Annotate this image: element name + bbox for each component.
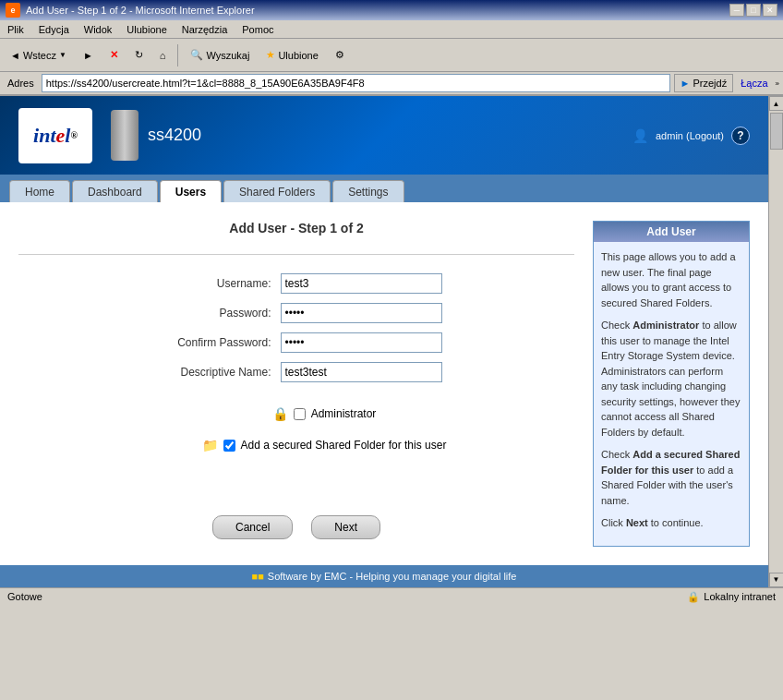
forward-button[interactable]: ► bbox=[77, 42, 100, 68]
ie-ready-text: Gotowe bbox=[7, 591, 42, 602]
menu-bar: Plik Edycja Widok Ulubione Narzędzia Pom… bbox=[0, 20, 783, 39]
home-icon: ⌂ bbox=[160, 50, 166, 61]
descriptive-name-input[interactable] bbox=[281, 362, 442, 382]
page-content: Add User - Step 1 of 2 Username: Passwor… bbox=[0, 202, 768, 565]
address-label: Adres bbox=[4, 78, 38, 89]
help-button[interactable]: ? bbox=[731, 127, 750, 145]
form-divider bbox=[18, 254, 574, 255]
menu-widok[interactable]: Widok bbox=[77, 22, 120, 37]
ie-zone-label: Lokalny intranet bbox=[704, 591, 776, 602]
browser-content-area: intel® ss4200 👤 admin (Logout) ? Home Da… bbox=[0, 96, 783, 587]
tab-users[interactable]: Users bbox=[160, 180, 222, 202]
help-para-4: Click Next to continue. bbox=[601, 515, 741, 531]
links-label[interactable]: Łącza bbox=[737, 78, 771, 89]
intel-logo: intel® bbox=[18, 108, 92, 163]
toolbar: ◄ Wstecz ▼ ► ✕ ↻ ⌂ 🔍 Wyszukaj ★ Ulubione… bbox=[0, 39, 783, 72]
tools-button[interactable]: ⚙ bbox=[329, 42, 351, 68]
tab-shared-folders[interactable]: Shared Folders bbox=[223, 180, 331, 202]
favorites-label: Ulubione bbox=[278, 50, 318, 61]
home-button[interactable]: ⌂ bbox=[153, 42, 173, 68]
confirm-password-input[interactable] bbox=[281, 332, 442, 353]
back-button[interactable]: ◄ Wstecz ▼ bbox=[4, 42, 73, 68]
minimize-button[interactable]: ─ bbox=[729, 4, 744, 17]
sidebar-help-title: Add User bbox=[594, 222, 749, 242]
scroll-up-button[interactable]: ▲ bbox=[769, 96, 784, 111]
admin-text: admin (Logout) bbox=[656, 130, 724, 141]
address-input[interactable] bbox=[42, 74, 670, 92]
help-para-3: Check Add a secured Shared Folder for th… bbox=[601, 447, 741, 508]
administrator-checkbox[interactable] bbox=[294, 408, 306, 420]
emc-icon: ■■ bbox=[252, 571, 264, 582]
search-icon: 🔍 bbox=[190, 49, 203, 61]
back-label: Wstecz bbox=[23, 50, 56, 61]
username-label: Username: bbox=[151, 277, 281, 290]
ie-zone: 🔒 Lokalny intranet bbox=[687, 591, 776, 603]
next-button[interactable]: Next bbox=[311, 515, 380, 539]
folder-lock-icon: 📁 bbox=[202, 438, 218, 453]
scroll-down-button[interactable]: ▼ bbox=[769, 573, 784, 587]
links-chevron-icon: » bbox=[776, 79, 779, 88]
descriptive-name-row: Descriptive Name: bbox=[151, 362, 442, 382]
address-bar: Adres ► Przejdź Łącza » bbox=[0, 72, 783, 96]
shared-folder-label: Add a secured Shared Folder for this use… bbox=[241, 439, 447, 452]
tab-home[interactable]: Home bbox=[9, 180, 70, 202]
tab-settings[interactable]: Settings bbox=[332, 180, 404, 202]
menu-plik[interactable]: Plik bbox=[0, 22, 31, 37]
stop-button[interactable]: ✕ bbox=[103, 42, 125, 68]
cancel-button[interactable]: Cancel bbox=[212, 515, 293, 539]
scroll-thumb[interactable] bbox=[770, 113, 783, 150]
go-arrow-icon: ► bbox=[681, 78, 691, 89]
search-label: Wyszukaj bbox=[206, 50, 249, 61]
status-text: Software by EMC - Helping you manage you… bbox=[268, 571, 517, 582]
menu-edycja[interactable]: Edycja bbox=[31, 22, 77, 37]
lock-status-icon: 🔒 bbox=[687, 591, 700, 603]
shared-folder-checkbox[interactable] bbox=[223, 440, 235, 452]
help-para-1: This page allows you to add a new user. … bbox=[601, 249, 741, 310]
menu-narzedzia[interactable]: Narzędzia bbox=[175, 22, 235, 37]
sidebar-help-content: This page allows you to add a new user. … bbox=[594, 242, 749, 546]
descriptive-name-label: Descriptive Name: bbox=[151, 366, 281, 379]
page-title: Add User - Step 1 of 2 bbox=[229, 221, 363, 235]
refresh-button[interactable]: ↻ bbox=[128, 42, 150, 68]
refresh-icon: ↻ bbox=[135, 49, 143, 61]
separator-1 bbox=[177, 44, 178, 66]
tools-icon: ⚙ bbox=[335, 49, 344, 61]
device-name: ss4200 bbox=[148, 126, 201, 145]
admin-user-icon: 👤 bbox=[632, 128, 648, 143]
vertical-scrollbar[interactable]: ▲ ▼ bbox=[768, 96, 783, 587]
password-input[interactable] bbox=[281, 303, 442, 323]
favorites-button[interactable]: ★ Ulubione bbox=[259, 42, 324, 68]
forward-arrow-icon: ► bbox=[83, 50, 93, 61]
search-button[interactable]: 🔍 Wyszukaj bbox=[184, 42, 256, 68]
window-title: Add User - Step 1 of 2 - Microsoft Inter… bbox=[26, 5, 255, 16]
nav-tabs: Home Dashboard Users Shared Folders Sett… bbox=[0, 175, 768, 202]
back-dropdown-icon: ▼ bbox=[59, 51, 66, 59]
confirm-password-label: Confirm Password: bbox=[151, 336, 281, 349]
confirm-password-row: Confirm Password: bbox=[151, 332, 442, 353]
intel-header: intel® ss4200 👤 admin (Logout) ? bbox=[0, 96, 768, 175]
lock-icon: 🔒 bbox=[272, 406, 288, 421]
main-form: Add User - Step 1 of 2 Username: Passwor… bbox=[18, 221, 574, 547]
intel-status-bar: ■■ Software by EMC - Helping you manage … bbox=[0, 565, 768, 587]
maximize-button[interactable]: □ bbox=[746, 4, 761, 17]
button-row: Cancel Next bbox=[212, 515, 380, 539]
favorites-icon: ★ bbox=[266, 49, 275, 61]
tab-dashboard[interactable]: Dashboard bbox=[72, 180, 158, 202]
help-para-2: Check Administrator to allow this user t… bbox=[601, 318, 741, 440]
password-label: Password: bbox=[151, 307, 281, 320]
administrator-label: Administrator bbox=[311, 407, 377, 420]
go-button[interactable]: ► Przejdź bbox=[674, 74, 734, 92]
username-row: Username: bbox=[151, 273, 442, 294]
title-bar: e Add User - Step 1 of 2 - Microsoft Int… bbox=[0, 0, 783, 20]
close-button[interactable]: ✕ bbox=[763, 4, 777, 17]
password-row: Password: bbox=[151, 303, 442, 323]
shared-folder-row: 📁 Add a secured Shared Folder for this u… bbox=[202, 438, 447, 453]
menu-pomoc[interactable]: Pomoc bbox=[235, 22, 281, 37]
username-input[interactable] bbox=[281, 273, 442, 294]
device-icon bbox=[111, 110, 139, 161]
back-arrow-icon: ◄ bbox=[10, 50, 20, 61]
stop-icon: ✕ bbox=[110, 49, 118, 61]
app-icon: e bbox=[6, 3, 20, 18]
menu-ulubione[interactable]: Ulubione bbox=[119, 22, 174, 37]
go-label: Przejdź bbox=[693, 78, 728, 89]
